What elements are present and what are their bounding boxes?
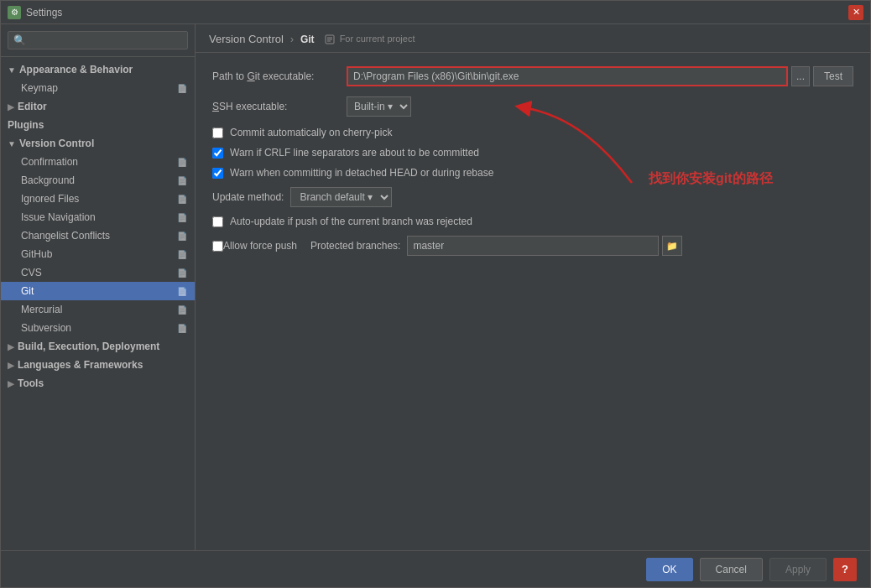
sidebar-item-subversion[interactable]: Subversion 📄 (1, 319, 195, 337)
update-method-label: Update method: (212, 191, 284, 203)
allow-force-label[interactable]: Allow force push (223, 240, 297, 252)
allow-force-row: Allow force push Protected branches: 📁 (212, 236, 853, 256)
update-method-select[interactable]: Branch default ▾ Merge Rebase (290, 187, 392, 207)
ssh-row: SSH executable: Built-in ▾ Native (212, 96, 853, 117)
search-bar (1, 24, 195, 57)
search-input[interactable] (8, 31, 188, 49)
content-header: Version Control › Git For current projec… (196, 24, 870, 53)
page-icon: 📄 (176, 211, 188, 223)
page-icon: 📄 (176, 285, 188, 297)
content-area: Version Control › Git For current projec… (196, 24, 870, 550)
warn-detached-checkbox[interactable] (212, 168, 223, 179)
sidebar-item-github[interactable]: GitHub 📄 (1, 245, 195, 263)
git-path-row: Path to Git executable: ... Test (212, 66, 853, 86)
path-input-container: ... Test (347, 66, 853, 86)
page-icon: 📄 (176, 304, 188, 315)
git-path-label: Path to Git executable: (212, 70, 347, 82)
auto-update-label[interactable]: Auto-update if push of the current branc… (230, 216, 472, 227)
browse-button[interactable]: ... (791, 66, 810, 86)
commit-cherry-pick-row: Commit automatically on cherry-pick (212, 127, 853, 138)
apply-button[interactable]: Apply (769, 558, 827, 581)
cancel-button[interactable]: Cancel (700, 558, 763, 581)
footer: OK Cancel Apply ? (1, 550, 870, 587)
sidebar-item-issue-navigation[interactable]: Issue Navigation 📄 (1, 208, 195, 226)
sidebar-item-git[interactable]: Git 📄 (1, 282, 195, 300)
sidebar-item-appearance-behavior[interactable]: ▼ Appearance & Behavior (1, 60, 195, 79)
protected-branches-input[interactable] (407, 236, 659, 256)
warn-crlf-checkbox[interactable] (212, 148, 223, 159)
main-content: ▼ Appearance & Behavior Keymap 📄 ▶ Edito… (1, 24, 870, 550)
breadcrumb-parent: Version Control (209, 33, 284, 45)
sidebar-item-editor[interactable]: ▶ Editor (1, 97, 195, 116)
page-icon: 📄 (176, 193, 188, 205)
content-body: Path to Git executable: ... Test SSH exe… (196, 53, 870, 550)
git-path-input[interactable] (347, 66, 788, 86)
test-button[interactable]: Test (813, 66, 853, 86)
titlebar: ⚙ Settings ✕ (1, 1, 870, 24)
warn-detached-row: Warn when committing in detached HEAD or… (212, 167, 853, 179)
page-icon: 📄 (176, 82, 188, 94)
breadcrumb-separator: › (290, 34, 294, 45)
warn-detached-label[interactable]: Warn when committing in detached HEAD or… (230, 167, 493, 179)
warn-crlf-label[interactable]: Warn if CRLF line separators are about t… (230, 147, 479, 159)
protected-branches-label: Protected branches: (310, 240, 400, 252)
window-title: Settings (26, 7, 848, 18)
auto-update-checkbox[interactable] (212, 216, 223, 227)
app-icon: ⚙ (8, 6, 21, 19)
sidebar-item-changelist-conflicts[interactable]: Changelist Conflicts 📄 (1, 226, 195, 245)
ssh-label: SSH executable: (212, 101, 347, 112)
update-method-row: Update method: Branch default ▾ Merge Re… (212, 187, 853, 207)
auto-update-row: Auto-update if push of the current branc… (212, 216, 853, 227)
commit-cherry-pick-label[interactable]: Commit automatically on cherry-pick (230, 127, 392, 138)
sidebar-item-languages[interactable]: ▶ Languages & Frameworks (1, 356, 195, 374)
breadcrumb-current: Git (300, 34, 315, 45)
sidebar-item-background[interactable]: Background 📄 (1, 171, 195, 190)
expand-arrow: ▼ (8, 139, 16, 148)
warn-crlf-row: Warn if CRLF line separators are about t… (212, 147, 853, 159)
expand-arrow: ▶ (8, 342, 14, 351)
sidebar-item-plugins[interactable]: Plugins (1, 116, 195, 134)
project-icon (325, 34, 335, 44)
expand-arrow: ▶ (8, 102, 14, 112)
expand-arrow: ▼ (8, 65, 16, 75)
page-icon: 📄 (176, 267, 188, 278)
commit-cherry-pick-checkbox[interactable] (212, 127, 223, 138)
sidebar-item-version-control[interactable]: ▼ Version Control (1, 134, 195, 153)
page-icon: 📄 (176, 156, 188, 168)
page-icon: 📄 (176, 248, 188, 260)
sidebar-item-ignored-files[interactable]: Ignored Files 📄 (1, 190, 195, 208)
settings-window: ⚙ Settings ✕ ▼ Appearance & Behavior Key… (0, 0, 871, 588)
page-icon: 📄 (176, 322, 188, 334)
page-icon: 📄 (176, 174, 188, 186)
protected-branches-button[interactable]: 📁 (662, 236, 682, 256)
sidebar-item-confirmation[interactable]: Confirmation 📄 (1, 153, 195, 171)
sidebar-item-cvs[interactable]: CVS 📄 (1, 263, 195, 282)
project-note: For current project (325, 34, 415, 44)
expand-arrow: ▶ (8, 379, 14, 388)
ssh-select[interactable]: Built-in ▾ Native (347, 96, 411, 117)
ok-button[interactable]: OK (646, 558, 692, 581)
sidebar-item-tools[interactable]: ▶ Tools (1, 374, 195, 393)
page-icon: 📄 (176, 230, 188, 242)
close-button[interactable]: ✕ (848, 5, 863, 20)
sidebar-item-keymap[interactable]: Keymap 📄 (1, 79, 195, 97)
sidebar-item-mercurial[interactable]: Mercurial 📄 (1, 300, 195, 319)
sidebar-tree: ▼ Appearance & Behavior Keymap 📄 ▶ Edito… (1, 57, 195, 550)
allow-force-checkbox[interactable] (212, 241, 223, 252)
help-button[interactable]: ? (833, 558, 857, 581)
sidebar: ▼ Appearance & Behavior Keymap 📄 ▶ Edito… (1, 24, 196, 550)
sidebar-item-build[interactable]: ▶ Build, Execution, Deployment (1, 337, 195, 356)
expand-arrow: ▶ (8, 361, 14, 370)
